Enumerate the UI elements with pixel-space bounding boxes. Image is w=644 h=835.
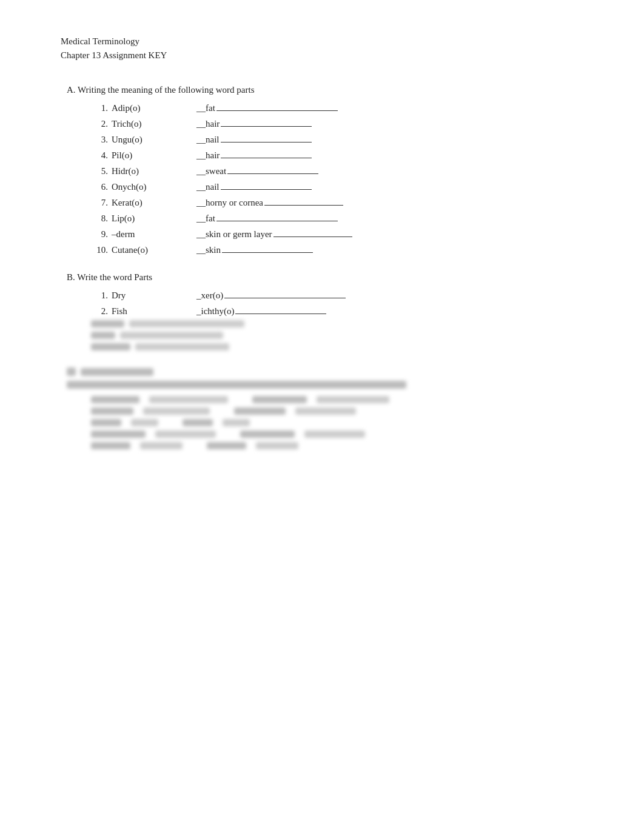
answer-underline bbox=[227, 164, 318, 174]
answer-text: hair bbox=[206, 150, 220, 161]
section-a: A. Writing the meaning of the following … bbox=[61, 85, 595, 255]
item-answer: __fat bbox=[196, 212, 339, 224]
blurred-row bbox=[91, 343, 595, 350]
answer-underline bbox=[222, 243, 313, 253]
item-answer: __nail bbox=[196, 180, 313, 192]
blurred-term bbox=[240, 431, 295, 438]
blurred-ans bbox=[149, 396, 228, 403]
blurred-ans bbox=[131, 419, 158, 426]
doc-title: Medical Terminology bbox=[61, 36, 595, 47]
item-term: –derm bbox=[112, 229, 196, 240]
item-answer: __hair bbox=[196, 149, 313, 161]
blurred-term bbox=[252, 396, 307, 403]
blurred-ans bbox=[223, 419, 250, 426]
section-b-list: 1. Dry _xer(o) 2. Fish _ichthy(o) bbox=[91, 289, 595, 317]
blurred-section-c-list bbox=[91, 396, 595, 449]
blurred-answer bbox=[135, 343, 229, 350]
list-item: 2. Trich(o) __hair bbox=[91, 117, 595, 129]
section-b: B. Write the word Parts 1. Dry _xer(o) 2… bbox=[61, 272, 595, 350]
blurred-label bbox=[91, 332, 115, 339]
list-item: 1. Dry _xer(o) bbox=[91, 289, 595, 301]
answer-text: fat bbox=[206, 103, 215, 113]
list-item: 3. Ungu(o) __nail bbox=[91, 133, 595, 145]
item-number: 1. bbox=[91, 103, 108, 113]
item-term: Adip(o) bbox=[112, 103, 196, 113]
answer-underline bbox=[221, 117, 312, 127]
list-item: 10. Cutane(o) __skin bbox=[91, 243, 595, 255]
blurred-label bbox=[91, 343, 130, 350]
item-number: 4. bbox=[91, 150, 108, 161]
item-number: 8. bbox=[91, 213, 108, 224]
answer-text: ichthy(o) bbox=[201, 306, 235, 317]
blurred-row bbox=[91, 419, 595, 426]
list-item: 6. Onych(o) __nail bbox=[91, 180, 595, 192]
answer-underline bbox=[216, 101, 338, 111]
answer-text: skin bbox=[206, 245, 221, 255]
blurred-row bbox=[91, 320, 595, 327]
item-number: 9. bbox=[91, 229, 108, 240]
blurred-ans bbox=[155, 431, 216, 438]
section-a-header: A. Writing the meaning of the following … bbox=[67, 85, 595, 95]
item-term: Pil(o) bbox=[112, 150, 196, 161]
answer-underline bbox=[221, 149, 312, 158]
item-number: 7. bbox=[91, 198, 108, 208]
answer-text: nail bbox=[206, 182, 220, 192]
answer-prefix: __ bbox=[196, 213, 206, 224]
blurred-ans bbox=[295, 407, 356, 415]
blurred-ans bbox=[143, 407, 210, 415]
section-b-header: B. Write the word Parts bbox=[67, 272, 595, 283]
blurred-answer bbox=[129, 320, 244, 327]
blurred-term bbox=[91, 442, 130, 449]
blurred-section-b bbox=[91, 320, 595, 350]
answer-text: xer(o) bbox=[201, 290, 224, 301]
item-term: Kerat(o) bbox=[112, 198, 196, 208]
answer-prefix: _ bbox=[196, 290, 201, 301]
item-number: 2. bbox=[91, 119, 108, 129]
answer-prefix: __ bbox=[196, 119, 206, 129]
blurred-ans bbox=[317, 396, 389, 403]
item-number: 5. bbox=[91, 166, 108, 176]
blurred-ans bbox=[140, 442, 183, 449]
item-answer: _ichthy(o) bbox=[196, 304, 327, 317]
item-number: 3. bbox=[91, 135, 108, 145]
item-term: Trich(o) bbox=[112, 119, 196, 129]
blurred-row bbox=[91, 332, 595, 339]
list-item: 5. Hidr(o) __sweat bbox=[91, 164, 595, 176]
answer-prefix: __ bbox=[196, 198, 206, 208]
blurred-term bbox=[207, 442, 246, 449]
blurred-ans bbox=[256, 442, 298, 449]
answer-underline bbox=[273, 227, 352, 237]
item-number: 1. bbox=[91, 290, 108, 301]
item-answer: __hair bbox=[196, 117, 313, 129]
list-item: 7. Kerat(o) __horny or cornea bbox=[91, 196, 595, 208]
blurred-label bbox=[91, 320, 124, 327]
answer-prefix: __ bbox=[196, 103, 206, 113]
answer-prefix: _ bbox=[196, 306, 201, 317]
answer-underline bbox=[216, 212, 338, 221]
answer-prefix: __ bbox=[196, 245, 206, 255]
blurred-row bbox=[91, 396, 595, 403]
item-answer: __skin or germ layer bbox=[196, 227, 354, 240]
item-answer: __fat bbox=[196, 101, 339, 113]
section-c-subheader-line bbox=[67, 381, 406, 389]
answer-prefix: __ bbox=[196, 135, 206, 145]
blurred-term bbox=[91, 431, 146, 438]
answer-text: sweat bbox=[206, 166, 226, 176]
blurred-row bbox=[91, 407, 595, 415]
list-item: 9. –derm __skin or germ layer bbox=[91, 227, 595, 240]
blurred-ans bbox=[304, 431, 365, 438]
answer-underline bbox=[221, 180, 312, 190]
doc-subtitle: Chapter 13 Assignment KEY bbox=[61, 50, 595, 61]
blurred-term bbox=[91, 396, 139, 403]
section-c-header bbox=[81, 368, 153, 376]
answer-underline bbox=[221, 133, 312, 143]
list-item: 4. Pil(o) __hair bbox=[91, 149, 595, 161]
section-c-letter bbox=[67, 367, 76, 376]
item-number: 2. bbox=[91, 306, 108, 317]
answer-prefix: __ bbox=[196, 150, 206, 161]
answer-underline bbox=[235, 304, 326, 314]
list-item: 1. Adip(o) __fat bbox=[91, 101, 595, 113]
answer-text: horny or cornea bbox=[206, 198, 263, 208]
answer-prefix: __ bbox=[196, 166, 206, 176]
item-term: Lip(o) bbox=[112, 213, 196, 224]
